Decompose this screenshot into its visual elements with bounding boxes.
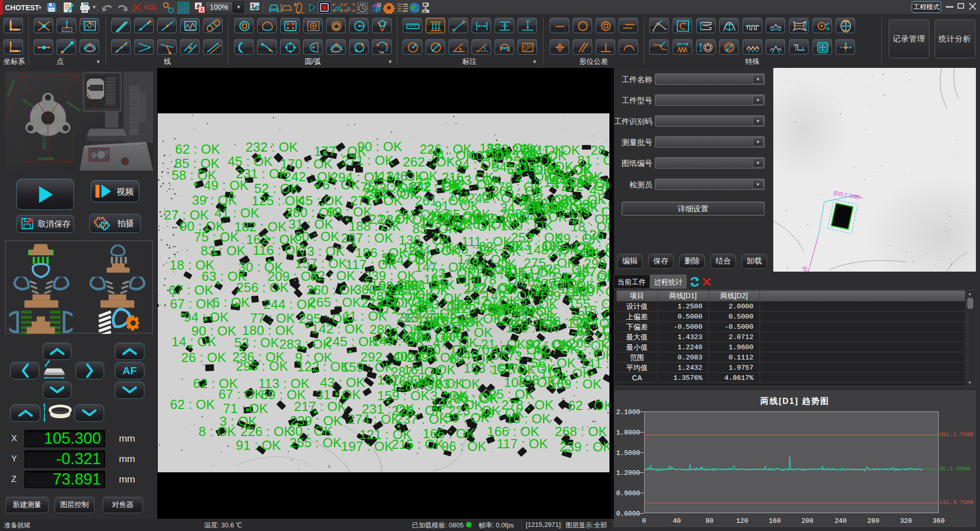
svg-text:67 : OK: 67 : OK (168, 282, 214, 298)
svg-text:197 : OK: 197 : OK (341, 439, 394, 454)
svg-text:83 : OK: 83 : OK (201, 243, 246, 258)
svg-text:117 : OK: 117 : OK (497, 436, 548, 451)
svg-text:252 : OK: 252 : OK (397, 277, 449, 293)
svg-text:90 : OK: 90 : OK (357, 139, 403, 154)
svg-text:53 : OK: 53 : OK (234, 335, 280, 350)
svg-text:245 : OK: 245 : OK (325, 334, 378, 349)
svg-text:8 : OK: 8 : OK (199, 424, 236, 439)
svg-text:6 : OK: 6 : OK (212, 295, 250, 310)
svg-text:271 : OK: 271 : OK (341, 153, 394, 168)
svg-text:mm: mm (501, 45, 509, 51)
svg-text:62 : OK: 62 : OK (568, 398, 609, 413)
svg-text:217 : OK: 217 : OK (294, 399, 347, 414)
svg-text:75 : OK: 75 : OK (194, 229, 239, 245)
svg-text:89 : OK: 89 : OK (469, 261, 514, 277)
svg-text:62 : OK: 62 : OK (175, 141, 220, 157)
svg-text:32 : OK: 32 : OK (310, 268, 356, 283)
svg-text:232 : OK: 232 : OK (246, 139, 298, 155)
svg-text:229 : OK: 229 : OK (391, 403, 444, 418)
svg-text:A: A (200, 7, 203, 13)
svg-text:56 : OK: 56 : OK (531, 355, 576, 371)
svg-text:183 : OK: 183 : OK (402, 240, 454, 255)
svg-text:265 : OK: 265 : OK (309, 295, 361, 310)
svg-text:62 : OK: 62 : OK (170, 397, 215, 412)
svg-text:284 : OK: 284 : OK (379, 212, 431, 227)
svg-text:268 : OK: 268 : OK (555, 424, 607, 439)
svg-text:148 : OK: 148 : OK (526, 242, 579, 257)
svg-text:40 : OK: 40 : OK (393, 349, 438, 364)
svg-text:49 : OK: 49 : OK (204, 178, 249, 193)
svg-text:75 : OK: 75 : OK (360, 179, 406, 195)
svg-text:295 : OK: 295 : OK (236, 358, 288, 374)
svg-text:50 : OK: 50 : OK (489, 304, 535, 319)
svg-text:201 : OK: 201 : OK (413, 299, 466, 315)
svg-text:²: ² (533, 43, 535, 46)
svg-text:290 : OK: 290 : OK (575, 197, 609, 212)
svg-text:244 : OK: 244 : OK (263, 297, 316, 312)
svg-text:60 : OK: 60 : OK (295, 229, 340, 244)
svg-text:226 : OK: 226 : OK (240, 424, 293, 439)
svg-text:θ: θ (459, 47, 461, 51)
svg-text:256 : OK: 256 : OK (236, 280, 289, 295)
svg-text:119 : OK: 119 : OK (567, 316, 609, 331)
svg-text:76 : OK: 76 : OK (315, 177, 360, 192)
svg-text:15 : OK: 15 : OK (491, 362, 536, 377)
svg-text:149 : OK: 149 : OK (372, 333, 425, 349)
svg-text:280 : OK: 280 : OK (518, 193, 570, 208)
svg-text:14 : OK: 14 : OK (172, 334, 217, 349)
svg-text:99 : OK: 99 : OK (327, 204, 373, 220)
svg-text:215 : OK: 215 : OK (391, 437, 444, 452)
svg-text:96 : OK: 96 : OK (442, 439, 487, 454)
svg-text:80 : OK: 80 : OK (454, 391, 499, 406)
svg-text:205 : OK: 205 : OK (533, 276, 586, 291)
svg-text:239 : OK: 239 : OK (559, 439, 609, 454)
svg-text:262 : OK: 262 : OK (403, 154, 455, 170)
svg-text:267 : OK: 267 : OK (341, 230, 394, 246)
svg-text:80 : OK: 80 : OK (525, 337, 571, 352)
svg-text:91 : OK: 91 : OK (236, 438, 281, 453)
svg-text:26 : OK: 26 : OK (181, 350, 227, 365)
svg-text:69 : OK: 69 : OK (449, 351, 495, 367)
svg-text:255 : OK: 255 : OK (289, 435, 342, 450)
svg-text:67 : OK: 67 : OK (218, 387, 264, 402)
svg-text:94 : OK: 94 : OK (184, 309, 229, 325)
svg-text:126 : OK: 126 : OK (582, 227, 609, 243)
